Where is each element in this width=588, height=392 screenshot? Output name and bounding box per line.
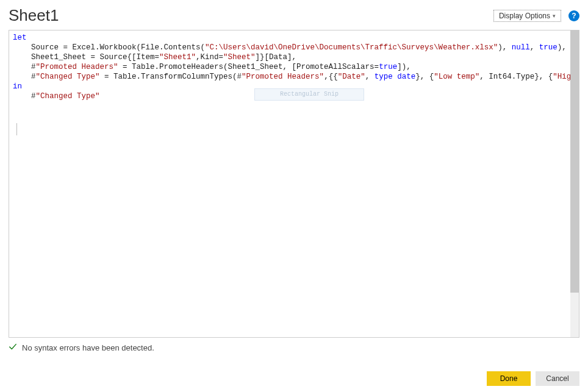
code-token: , Int64.Type}, { (479, 73, 553, 81)
code-token: , (365, 73, 375, 81)
code-token: let (13, 34, 27, 42)
code-token: ,{{ (324, 73, 338, 81)
done-button[interactable]: Done (487, 371, 531, 386)
code-token: "Sheet1" (159, 53, 196, 62)
footer-buttons: Done Cancel (487, 371, 579, 386)
code-area[interactable]: let Source = Excel.Workbook(File.Content… (9, 30, 579, 337)
snip-watermark: Rectangular Snip (254, 88, 364, 101)
scrollbar-thumb[interactable] (570, 30, 579, 293)
code-token: # (13, 92, 36, 101)
code-token: in (13, 82, 22, 91)
code-token: Sheet1_Sheet = Source{[Item= (13, 53, 159, 62)
code-token: "C:\Users\david\OneDrive\Documents\Traff… (205, 43, 498, 52)
code-token: "Low temp" (434, 73, 479, 81)
header: Sheet1 Display Options ▾ ? (0, 0, 588, 30)
code-token: date (397, 73, 415, 81)
code-editor[interactable]: let Source = Excel.Workbook(File.Content… (9, 30, 579, 338)
code-token: # (13, 63, 36, 71)
code-token: "Date" (338, 73, 365, 81)
code-token: "Promoted Headers" (242, 73, 324, 81)
code-token: ,Kind= (196, 53, 223, 62)
header-right: Display Options ▾ ? (493, 10, 579, 22)
code-token: # (13, 73, 36, 81)
page-title: Sheet1 (9, 6, 59, 25)
checkmark-icon (9, 343, 17, 353)
code-token: null (512, 43, 530, 52)
code-token: ]}[Data], (256, 53, 297, 62)
help-icon[interactable]: ? (568, 10, 579, 21)
code-token: ]), (397, 63, 411, 71)
watermark-text: Rectangular Snip (280, 90, 339, 99)
vertical-scrollbar[interactable] (570, 30, 579, 337)
code-token: ), (558, 43, 567, 52)
code-token: "Promoted Headers" (36, 63, 118, 71)
code-token: ), (498, 43, 512, 52)
code-token: }, { (415, 73, 434, 81)
code-token: = Table.PromoteHeaders(Sheet1_Sheet, [Pr… (118, 63, 379, 71)
code-token: , (530, 43, 539, 52)
cancel-button[interactable]: Cancel (536, 371, 579, 386)
code-token: Source = Excel.Workbook(File.Contents( (13, 43, 205, 52)
chevron-down-icon: ▾ (553, 13, 556, 19)
cursor-gutter (16, 123, 17, 135)
status-bar: No syntax errors have been detected. (9, 343, 579, 353)
code-token: "Changed Type" (36, 73, 100, 81)
display-options-dropdown[interactable]: Display Options ▾ (493, 10, 561, 22)
code-token: type (375, 73, 393, 81)
code-token: "Changed Type" (36, 92, 100, 101)
status-message: No syntax errors have been detected. (22, 343, 154, 352)
code-token: = Table.TransformColumnTypes(# (100, 73, 242, 81)
display-options-label: Display Options (499, 12, 550, 20)
code-token: true (379, 63, 397, 71)
code-token: true (539, 43, 558, 52)
code-token: "Sheet" (223, 53, 256, 62)
